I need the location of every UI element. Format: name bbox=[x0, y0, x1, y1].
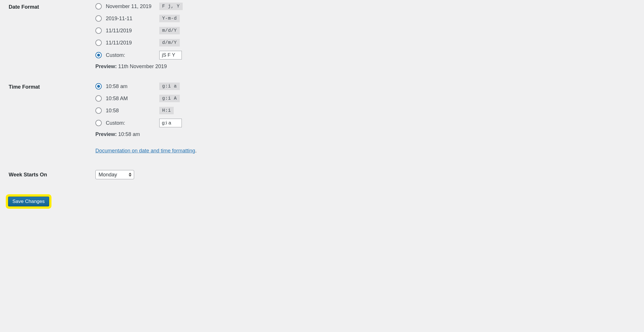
doc-link-row: Documentation on date and time formattin… bbox=[95, 148, 641, 154]
time-format-label-1[interactable]: 10:58 AM bbox=[106, 96, 159, 102]
time-format-code-2: H:i bbox=[159, 107, 174, 114]
date-format-code-1: Y-m-d bbox=[159, 15, 180, 22]
date-format-radio-1[interactable] bbox=[95, 15, 102, 22]
time-format-label-2[interactable]: 10:58 bbox=[106, 108, 159, 114]
time-format-radio-2[interactable] bbox=[95, 107, 102, 114]
week-starts-select[interactable]: Monday bbox=[96, 170, 134, 179]
date-format-radio-3[interactable] bbox=[95, 40, 102, 46]
time-format-label-0[interactable]: 10:58 am bbox=[106, 83, 159, 89]
date-format-custom-input[interactable] bbox=[159, 51, 182, 59]
date-format-label-1[interactable]: 2019-11-11 bbox=[106, 16, 159, 22]
time-format-code-0: g:i a bbox=[159, 83, 180, 90]
doc-link[interactable]: Documentation on date and time formattin… bbox=[95, 148, 195, 154]
save-highlight: Save Changes bbox=[6, 194, 51, 209]
date-format-heading: Date Format bbox=[0, 0, 87, 77]
date-format-radio-0[interactable] bbox=[95, 3, 102, 10]
date-format-code-3: d/m/Y bbox=[159, 39, 180, 46]
time-format-preview: Preview: 10:58 am bbox=[95, 131, 641, 137]
date-format-code-0: F j, Y bbox=[159, 3, 183, 10]
date-format-radio-2[interactable] bbox=[95, 27, 102, 34]
time-format-radio-1[interactable] bbox=[95, 95, 102, 102]
time-format-code-1: g:i A bbox=[159, 95, 180, 102]
date-format-custom-label[interactable]: Custom: bbox=[106, 52, 159, 58]
date-format-label-3[interactable]: 11/11/2019 bbox=[106, 40, 159, 46]
date-format-radio-custom[interactable] bbox=[95, 52, 102, 58]
week-starts-heading: Week Starts On bbox=[0, 160, 87, 185]
date-format-label-0[interactable]: November 11, 2019 bbox=[106, 3, 159, 10]
time-format-custom-label[interactable]: Custom: bbox=[106, 120, 159, 126]
time-format-radio-0[interactable] bbox=[95, 83, 102, 89]
time-format-custom-input[interactable] bbox=[159, 119, 182, 127]
time-format-heading: Time Format bbox=[0, 77, 87, 160]
save-button[interactable]: Save Changes bbox=[8, 197, 49, 206]
date-format-preview: Preview: 11th November 2019 bbox=[95, 64, 641, 70]
time-format-radio-custom[interactable] bbox=[95, 120, 102, 126]
date-format-code-2: m/d/Y bbox=[159, 27, 180, 34]
date-format-label-2[interactable]: 11/11/2019 bbox=[106, 28, 159, 34]
